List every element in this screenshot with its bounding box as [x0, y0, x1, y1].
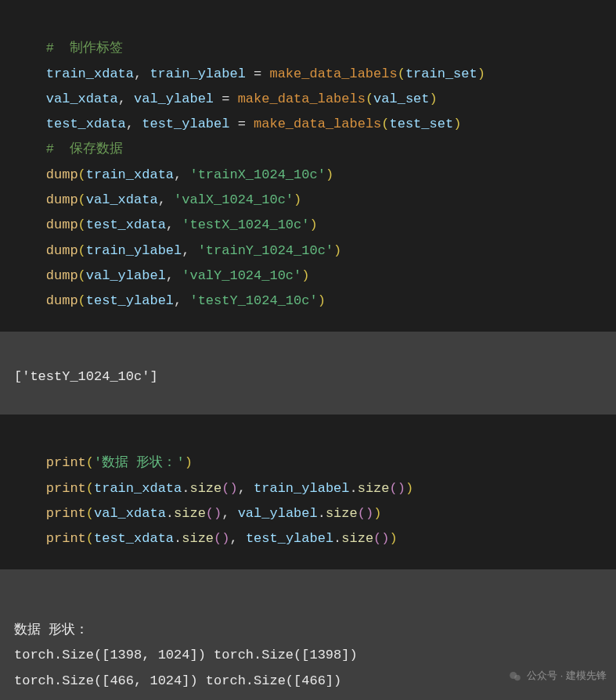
string: 'valX_1024_10c' — [174, 192, 294, 207]
output-2: 数据 形状： torch.Size([1398, 1024]) torch.Si… — [0, 569, 616, 700]
output-line: ['testY_1024_10c'] — [14, 369, 158, 384]
func-call: print — [46, 481, 86, 496]
func-call: dump — [46, 192, 78, 207]
comment: # 制作标签 — [46, 41, 124, 56]
code-block-1: # 制作标签 train_xdata, train_ylabel = make_… — [0, 0, 616, 332]
func-call: dump — [46, 293, 78, 308]
string: 'trainX_1024_10c' — [189, 167, 325, 182]
func-call: print — [46, 531, 86, 546]
var: val_ylabel — [134, 92, 214, 106]
method: size — [189, 481, 222, 496]
var: test_ylabel — [142, 117, 229, 131]
output-line: torch.Size([466, 1024]) torch.Size([466]… — [14, 673, 341, 688]
arg: train_ylabel — [254, 481, 349, 496]
func-call: print — [46, 455, 86, 470]
arg: test_xdata — [94, 531, 174, 546]
func-call: dump — [46, 167, 78, 182]
func-call: print — [46, 506, 86, 521]
arg: test_ylabel — [86, 293, 174, 308]
arg: val_ylabel — [238, 506, 318, 521]
string: 'testX_1024_10c' — [182, 217, 309, 232]
output-1: ['testY_1024_10c'] — [0, 332, 616, 398]
arg: val_xdata — [94, 506, 166, 521]
method: size — [182, 531, 214, 546]
method: size — [341, 531, 373, 546]
output-line: 数据 形状： — [14, 623, 88, 637]
spacer — [0, 397, 616, 415]
arg: train_xdata — [86, 167, 174, 182]
string: 'testY_1024_10c' — [189, 293, 317, 308]
string: '数据 形状：' — [94, 455, 185, 470]
var: test_xdata — [46, 117, 126, 131]
arg: val_xdata — [86, 192, 158, 207]
arg: val_ylabel — [86, 268, 166, 283]
arg: train_xdata — [94, 481, 182, 496]
method: size — [326, 506, 358, 521]
comment: # 保存数据 — [46, 142, 124, 156]
func-call: make_data_labels — [269, 66, 397, 81]
arg: train_set — [405, 66, 477, 81]
output-line: torch.Size([1398, 1024]) torch.Size([139… — [14, 648, 358, 662]
func-call: make_data_labels — [238, 92, 366, 106]
code-block-2: print('数据 形状：') print(train_xdata.size()… — [0, 415, 616, 569]
func-call: dump — [46, 243, 78, 258]
var: val_xdata — [46, 92, 118, 106]
arg: test_xdata — [86, 217, 166, 232]
func-call: dump — [46, 217, 78, 232]
var: train_xdata — [46, 66, 134, 81]
string: 'trainY_1024_10c' — [198, 243, 333, 258]
arg: test_set — [390, 117, 454, 131]
arg: test_ylabel — [246, 531, 333, 546]
var: train_ylabel — [149, 66, 245, 81]
string: 'valY_1024_10c' — [182, 268, 301, 283]
func-call: make_data_labels — [254, 117, 381, 131]
arg: val_set — [373, 92, 429, 106]
arg: train_ylabel — [86, 243, 182, 258]
method: size — [358, 481, 390, 496]
func-call: dump — [46, 268, 78, 283]
method: size — [174, 506, 206, 521]
